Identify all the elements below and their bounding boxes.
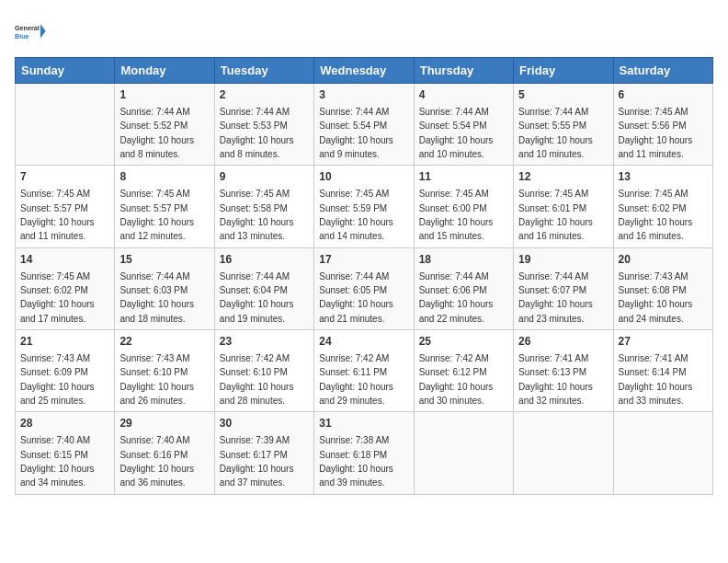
sunset-text: Sunset: 6:16 PM	[119, 450, 188, 460]
calendar-cell: 22 Sunrise: 7:43 AM Sunset: 6:10 PM Dayl…	[115, 330, 214, 412]
day-number: 7	[20, 169, 109, 185]
day-number: 17	[319, 252, 408, 268]
day-number: 30	[220, 416, 309, 431]
sunrise-text: Sunrise: 7:41 AM	[619, 353, 688, 363]
sunset-text: Sunset: 5:52 PM	[119, 121, 188, 131]
daylight-text: Daylight: 10 hours and 15 minutes.	[419, 217, 494, 241]
calendar-cell: 24 Sunrise: 7:42 AM Sunset: 6:11 PM Dayl…	[314, 330, 414, 412]
daylight-text: Daylight: 10 hours and 10 minutes.	[518, 135, 593, 159]
day-number: 4	[419, 87, 508, 103]
calendar-cell: 28 Sunrise: 7:40 AM Sunset: 6:15 PM Dayl…	[16, 412, 115, 494]
daylight-text: Daylight: 10 hours and 24 minutes.	[619, 299, 693, 323]
daylight-text: Daylight: 10 hours and 13 minutes.	[220, 217, 294, 241]
calendar-cell: 3 Sunrise: 7:44 AM Sunset: 5:54 PM Dayli…	[314, 84, 414, 166]
sunset-text: Sunset: 6:00 PM	[419, 203, 487, 213]
day-number: 23	[220, 334, 309, 350]
daylight-text: Daylight: 10 hours and 26 minutes.	[119, 382, 194, 406]
daylight-text: Daylight: 10 hours and 25 minutes.	[20, 382, 95, 406]
sunset-text: Sunset: 6:06 PM	[419, 285, 487, 295]
day-number: 31	[319, 416, 408, 431]
sunrise-text: Sunrise: 7:44 AM	[119, 107, 189, 117]
daylight-text: Daylight: 10 hours and 22 minutes.	[419, 299, 494, 323]
sunrise-text: Sunrise: 7:45 AM	[518, 189, 588, 199]
day-number: 28	[20, 416, 109, 431]
sunrise-text: Sunrise: 7:44 AM	[419, 271, 489, 282]
daylight-text: Daylight: 10 hours and 39 minutes.	[319, 464, 393, 488]
daylight-text: Daylight: 10 hours and 21 minutes.	[319, 299, 393, 323]
sunrise-text: Sunrise: 7:45 AM	[119, 189, 189, 199]
sunset-text: Sunset: 6:02 PM	[619, 203, 687, 213]
daylight-text: Daylight: 10 hours and 12 minutes.	[119, 217, 194, 241]
sunset-text: Sunset: 5:56 PM	[619, 121, 687, 131]
calendar-cell: 2 Sunrise: 7:44 AM Sunset: 5:53 PM Dayli…	[214, 84, 313, 166]
calendar-cell: 15 Sunrise: 7:44 AM Sunset: 6:03 PM Dayl…	[115, 247, 214, 329]
day-number: 20	[619, 252, 708, 268]
svg-text:Blue: Blue	[15, 32, 29, 40]
day-number: 10	[319, 169, 408, 185]
sunrise-text: Sunrise: 7:45 AM	[20, 189, 90, 199]
calendar-cell: 5 Sunrise: 7:44 AM Sunset: 5:55 PM Dayli…	[514, 84, 613, 166]
calendar-cell: 26 Sunrise: 7:41 AM Sunset: 6:13 PM Dayl…	[514, 330, 613, 412]
calendar-cell: 14 Sunrise: 7:45 AM Sunset: 6:02 PM Dayl…	[16, 247, 115, 329]
column-header-saturday: Saturday	[613, 58, 712, 84]
calendar-cell: 10 Sunrise: 7:45 AM Sunset: 5:59 PM Dayl…	[314, 166, 414, 247]
calendar-cell: 11 Sunrise: 7:45 AM Sunset: 6:00 PM Dayl…	[414, 166, 513, 247]
sunrise-text: Sunrise: 7:44 AM	[419, 107, 489, 117]
sunrise-text: Sunrise: 7:42 AM	[419, 353, 489, 363]
day-number: 25	[419, 334, 508, 350]
calendar-cell: 12 Sunrise: 7:45 AM Sunset: 6:01 PM Dayl…	[514, 166, 613, 247]
daylight-text: Daylight: 10 hours and 8 minutes.	[119, 135, 194, 159]
sunrise-text: Sunrise: 7:43 AM	[619, 271, 688, 282]
sunrise-text: Sunrise: 7:45 AM	[619, 189, 688, 199]
sunset-text: Sunset: 6:05 PM	[319, 285, 387, 295]
sunset-text: Sunset: 6:02 PM	[20, 285, 88, 295]
calendar-week-row: 14 Sunrise: 7:45 AM Sunset: 6:02 PM Dayl…	[16, 247, 713, 329]
daylight-text: Daylight: 10 hours and 32 minutes.	[518, 382, 593, 406]
daylight-text: Daylight: 10 hours and 18 minutes.	[119, 299, 194, 323]
svg-text:General: General	[15, 24, 40, 32]
calendar-cell: 9 Sunrise: 7:45 AM Sunset: 5:58 PM Dayli…	[214, 166, 313, 247]
day-number: 29	[119, 416, 209, 431]
calendar-header-row: SundayMondayTuesdayWednesdayThursdayFrid…	[16, 58, 713, 84]
day-number: 11	[419, 169, 508, 185]
column-header-monday: Monday	[115, 58, 214, 84]
day-number: 24	[319, 334, 408, 350]
daylight-text: Daylight: 10 hours and 28 minutes.	[220, 382, 294, 406]
sunset-text: Sunset: 6:18 PM	[319, 450, 387, 460]
sunset-text: Sunset: 6:03 PM	[119, 285, 188, 295]
column-header-thursday: Thursday	[414, 58, 513, 84]
day-number: 18	[419, 252, 508, 268]
sunrise-text: Sunrise: 7:44 AM	[119, 271, 189, 282]
sunrise-text: Sunrise: 7:43 AM	[20, 353, 90, 363]
day-number: 21	[20, 334, 109, 350]
day-number: 6	[619, 87, 708, 103]
daylight-text: Daylight: 10 hours and 30 minutes.	[419, 382, 494, 406]
sunrise-text: Sunrise: 7:41 AM	[518, 353, 588, 363]
daylight-text: Daylight: 10 hours and 16 minutes.	[518, 217, 593, 241]
daylight-text: Daylight: 10 hours and 14 minutes.	[319, 217, 393, 241]
sunset-text: Sunset: 5:54 PM	[419, 121, 487, 131]
day-number: 19	[518, 252, 608, 268]
calendar-cell	[16, 84, 115, 166]
calendar-week-row: 1 Sunrise: 7:44 AM Sunset: 5:52 PM Dayli…	[16, 84, 713, 166]
day-number: 16	[220, 252, 309, 268]
page-header: GeneralBlue	[15, 15, 713, 48]
sunset-text: Sunset: 6:04 PM	[220, 285, 288, 295]
column-header-wednesday: Wednesday	[314, 58, 414, 84]
calendar-cell	[414, 412, 513, 494]
sunrise-text: Sunrise: 7:38 AM	[319, 435, 389, 445]
svg-marker-2	[40, 24, 46, 38]
column-header-sunday: Sunday	[16, 58, 115, 84]
calendar-cell: 18 Sunrise: 7:44 AM Sunset: 6:06 PM Dayl…	[414, 247, 513, 329]
sunrise-text: Sunrise: 7:39 AM	[220, 435, 290, 445]
sunrise-text: Sunrise: 7:44 AM	[319, 271, 389, 282]
day-number: 1	[119, 87, 209, 103]
daylight-text: Daylight: 10 hours and 23 minutes.	[518, 299, 593, 323]
day-number: 13	[619, 169, 708, 185]
sunrise-text: Sunrise: 7:44 AM	[518, 107, 588, 117]
calendar-cell: 7 Sunrise: 7:45 AM Sunset: 5:57 PM Dayli…	[16, 166, 115, 247]
sunrise-text: Sunrise: 7:40 AM	[119, 435, 189, 445]
calendar-cell: 13 Sunrise: 7:45 AM Sunset: 6:02 PM Dayl…	[613, 166, 712, 247]
calendar-cell: 30 Sunrise: 7:39 AM Sunset: 6:17 PM Dayl…	[214, 412, 313, 494]
sunrise-text: Sunrise: 7:45 AM	[419, 189, 489, 199]
